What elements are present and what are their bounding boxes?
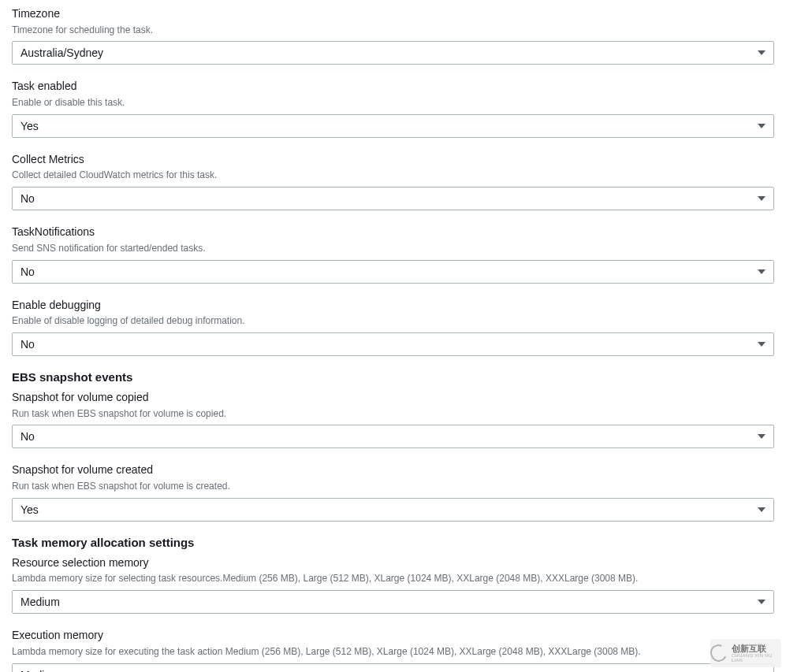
chevron-down-icon (758, 342, 766, 347)
snapshot-created-value: Yes (20, 503, 39, 516)
timezone-select[interactable]: Australia/Sydney (12, 41, 774, 65)
enable-debugging-value: No (20, 338, 35, 351)
watermark-text: 创新互联 CHUANG XIN HU LIAN (732, 644, 781, 663)
watermark-logo-icon (708, 642, 729, 664)
snapshot-created-desc: Run task when EBS snapshot for volume is… (12, 480, 774, 493)
chevron-down-icon (758, 124, 766, 128)
resource-selection-memory-field: Resource selection memory Lambda memory … (12, 555, 774, 614)
collect-metrics-field: Collect Metrics Collect detailed CloudWa… (12, 152, 774, 210)
task-enabled-field: Task enabled Enable or disable this task… (12, 79, 774, 137)
timezone-field: Timezone Timezone for scheduling the tas… (12, 6, 774, 65)
chevron-down-icon (758, 434, 766, 439)
collect-metrics-label: Collect Metrics (12, 152, 774, 168)
chevron-down-icon (758, 196, 766, 201)
snapshot-created-select[interactable]: Yes (12, 498, 774, 522)
task-notifications-desc: Send SNS notification for started/ended … (12, 242, 774, 255)
task-enabled-desc: Enable or disable this task. (12, 96, 774, 110)
memory-section-header: Task memory allocation settings (12, 536, 774, 549)
watermark-en: CHUANG XIN HU LIAN (732, 653, 781, 663)
snapshot-copied-desc: Run task when EBS snapshot for volume is… (12, 407, 774, 421)
chevron-down-icon (758, 50, 766, 55)
collect-metrics-desc: Collect detailed CloudWatch metrics for … (12, 169, 774, 182)
task-enabled-label: Task enabled (12, 79, 774, 95)
snapshot-created-field: Snapshot for volume created Run task whe… (12, 462, 774, 521)
execution-memory-desc: Lambda memory size for executing the tas… (12, 645, 774, 659)
snapshot-copied-select[interactable]: No (12, 425, 774, 448)
task-notifications-label: TaskNotifications (12, 225, 774, 240)
timezone-desc: Timezone for scheduling the task. (12, 24, 774, 37)
task-enabled-value: Yes (20, 120, 39, 132)
execution-memory-label: Execution memory (12, 628, 774, 644)
execution-memory-select[interactable]: Medium (12, 663, 774, 672)
task-enabled-select[interactable]: Yes (12, 114, 774, 138)
enable-debugging-desc: Enable of disable logging of detailed de… (12, 314, 774, 328)
task-notifications-select[interactable]: No (12, 260, 774, 284)
task-notifications-value: No (20, 265, 35, 278)
timezone-label: Timezone (12, 6, 774, 22)
resource-selection-memory-label: Resource selection memory (12, 555, 774, 571)
timezone-value: Australia/Sydney (20, 46, 103, 59)
enable-debugging-field: Enable debugging Enable of disable loggi… (12, 298, 774, 356)
chevron-down-icon (758, 269, 766, 274)
watermark-cn: 创新互联 (732, 644, 781, 653)
snapshot-copied-label: Snapshot for volume copied (12, 390, 774, 406)
snapshot-copied-field: Snapshot for volume copied Run task when… (12, 390, 774, 448)
chevron-down-icon (758, 600, 766, 604)
snapshot-created-label: Snapshot for volume created (12, 462, 774, 478)
collect-metrics-value: No (20, 192, 35, 205)
resource-selection-memory-select[interactable]: Medium (12, 590, 774, 614)
execution-memory-value: Medium (20, 669, 60, 672)
chevron-down-icon (758, 507, 766, 512)
ebs-section-header: EBS snapshot events (12, 370, 774, 384)
snapshot-copied-value: No (20, 430, 35, 443)
task-notifications-field: TaskNotifications Send SNS notification … (12, 225, 774, 283)
enable-debugging-select[interactable]: No (12, 332, 774, 356)
watermark: 创新互联 CHUANG XIN HU LIAN (710, 639, 781, 667)
resource-selection-memory-desc: Lambda memory size for selecting task re… (12, 572, 774, 585)
execution-memory-field: Execution memory Lambda memory size for … (12, 628, 774, 672)
resource-selection-memory-value: Medium (20, 596, 60, 608)
collect-metrics-select[interactable]: No (12, 187, 774, 210)
enable-debugging-label: Enable debugging (12, 298, 774, 314)
